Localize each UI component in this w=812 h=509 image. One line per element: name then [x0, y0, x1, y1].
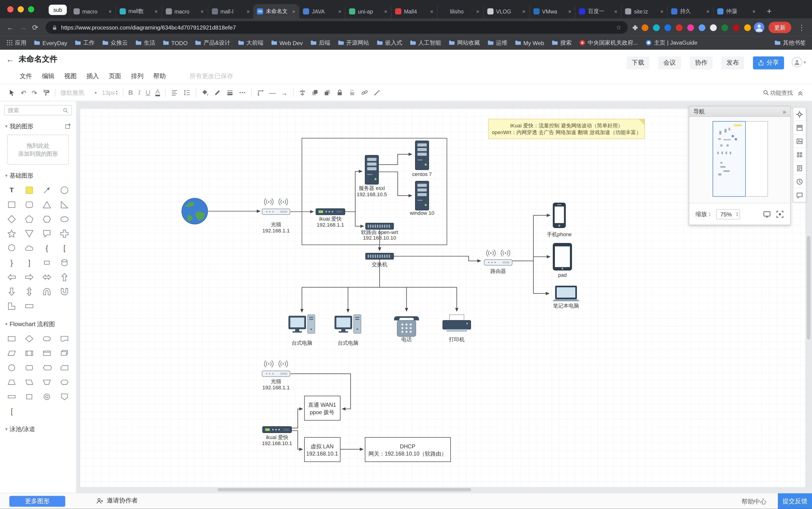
font-family-select[interactable]: 微软雅黑▾: [61, 89, 97, 97]
line-color-icon[interactable]: [214, 89, 221, 96]
shape-item[interactable]: T: [3, 183, 21, 197]
shape-item[interactable]: [3, 284, 21, 299]
menu-edit[interactable]: 编辑: [42, 72, 54, 81]
comment-icon[interactable]: [793, 189, 806, 202]
shape-item[interactable]: [56, 197, 73, 212]
tab-group-label[interactable]: sub: [48, 5, 67, 15]
new-tab-button[interactable]: +: [767, 5, 772, 18]
section-pool[interactable]: ▾ 泳池/泳道: [0, 423, 76, 435]
zoom-window-button[interactable]: [28, 6, 34, 12]
browser-tab[interactable]: 仲灏 ×: [713, 4, 759, 19]
tab-close-icon[interactable]: ×: [706, 8, 710, 14]
menu-dots-icon[interactable]: ⋮: [795, 23, 808, 32]
shape-item[interactable]: [21, 346, 38, 360]
menu-file[interactable]: 文件: [20, 72, 32, 81]
shape-item[interactable]: [56, 212, 73, 226]
tab-close-icon[interactable]: ×: [660, 8, 663, 14]
shape-item[interactable]: [3, 360, 21, 375]
browser-tab[interactable]: VLOG ×: [483, 4, 529, 19]
window-controls[interactable]: [7, 6, 34, 12]
publish-button[interactable]: 发布: [721, 57, 744, 69]
section-my-shapes[interactable]: ▾ 我的图形: [0, 120, 76, 133]
section-flowchart[interactable]: ▾ Flowchart 流程图: [0, 318, 76, 330]
hyperlink-icon[interactable]: [361, 89, 368, 96]
tab-close-icon[interactable]: ×: [338, 8, 342, 14]
vertical-scrollbar[interactable]: [807, 236, 811, 340]
shape-item[interactable]: [21, 360, 38, 375]
minimize-window-button[interactable]: [18, 6, 24, 12]
unlock-icon[interactable]: [348, 89, 356, 96]
undo-icon[interactable]: ↶: [21, 89, 26, 97]
browser-tab[interactable]: VMwa ×: [529, 4, 575, 19]
browser-tab[interactable]: JAVA ×: [299, 4, 345, 19]
extension-icon[interactable]: [733, 24, 740, 31]
shape-item[interactable]: [21, 270, 38, 284]
shape-item[interactable]: [38, 255, 56, 270]
shape-item[interactable]: [38, 226, 56, 241]
shape-item[interactable]: [56, 284, 73, 299]
lock-icon[interactable]: [336, 89, 343, 96]
connector-style-icon[interactable]: [257, 89, 264, 96]
node-dhcp-box[interactable]: DHCP 网关：192.168.10.10（软路由）: [365, 437, 450, 462]
fit-screen-icon[interactable]: [776, 210, 784, 218]
shape-item[interactable]: [3, 331, 21, 346]
navigator-toggle-icon[interactable]: [793, 108, 806, 121]
extension-icon[interactable]: [721, 24, 728, 31]
shape-item[interactable]: [3, 197, 21, 212]
history-icon[interactable]: [793, 175, 806, 189]
shape-item[interactable]: [21, 197, 38, 212]
bookmark-item[interactable]: EveryDay: [34, 39, 67, 46]
line-style-icon[interactable]: [238, 89, 246, 96]
shape-item[interactable]: [38, 270, 56, 284]
shape-item[interactable]: [56, 226, 73, 241]
menu-arrange[interactable]: 排列: [131, 72, 143, 81]
italic-button[interactable]: I: [138, 89, 140, 97]
zoom-stepper[interactable]: ▴▾: [737, 211, 738, 216]
shape-item[interactable]: [21, 212, 38, 226]
shape-item[interactable]: [56, 270, 73, 284]
layout-icon[interactable]: [793, 148, 806, 162]
line-height-icon[interactable]: [183, 89, 190, 96]
browser-tab[interactable]: macro ×: [69, 4, 115, 19]
tab-close-icon[interactable]: ×: [752, 8, 755, 14]
shape-item[interactable]: [3, 226, 21, 241]
document-title[interactable]: 未命名文件: [19, 55, 58, 64]
bookmark-item[interactable]: 工作: [74, 39, 95, 46]
bookmark-item[interactable]: 生活: [135, 39, 155, 46]
tab-close-icon[interactable]: ×: [154, 8, 158, 14]
shape-item[interactable]: [21, 241, 38, 255]
tab-close-icon[interactable]: ×: [200, 8, 204, 14]
profile-avatar[interactable]: [754, 22, 765, 33]
extensions-icon[interactable]: [632, 24, 639, 31]
bookmark-item[interactable]: 人工智能: [410, 39, 441, 46]
shape-item[interactable]: [: [56, 241, 73, 255]
node-lan-box[interactable]: 虚拟 LAN 192.168.10.1: [304, 437, 340, 462]
browser-tab[interactable]: On 未命名文 ×: [254, 4, 299, 19]
bookmark-item[interactable]: 运维: [487, 39, 508, 46]
browser-tab[interactable]: lilisho ×: [437, 4, 483, 19]
extension-icon[interactable]: [710, 24, 717, 31]
bookmark-item[interactable]: 嵌入式: [376, 39, 402, 46]
shape-item[interactable]: [3, 212, 21, 226]
bookmark-item[interactable]: 开源网站: [337, 39, 369, 46]
shape-item[interactable]: [56, 331, 73, 346]
bookmark-star-icon[interactable]: ☆: [616, 24, 621, 31]
bookmark-item[interactable]: 应用: [6, 39, 27, 46]
node-laptop[interactable]: 笔记本电脑: [552, 286, 580, 309]
tab-close-icon[interactable]: ×: [522, 8, 525, 14]
navigator-header[interactable]: 导航 »: [689, 107, 790, 117]
node-ikuai-1[interactable]: ikuai 爱快 192.168.1.1: [316, 208, 345, 228]
shape-item[interactable]: [3, 375, 21, 389]
shape-item[interactable]: [21, 226, 38, 241]
bookmark-item[interactable]: Web Dev: [271, 39, 303, 46]
line-width-icon[interactable]: [226, 89, 233, 96]
shape-item[interactable]: [38, 331, 56, 346]
browser-tab[interactable]: macro ×: [161, 4, 207, 19]
shape-item[interactable]: [56, 183, 73, 197]
shape-item[interactable]: [56, 389, 73, 404]
horizontal-scrollbar[interactable]: [218, 488, 471, 491]
collapse-toolbar-icon[interactable]: [797, 89, 804, 96]
node-ikuai-2[interactable]: ikuai 爱快 192.168.10.1: [262, 427, 292, 446]
browser-tab[interactable]: mall-l ×: [207, 4, 254, 19]
shape-item[interactable]: [38, 375, 56, 389]
